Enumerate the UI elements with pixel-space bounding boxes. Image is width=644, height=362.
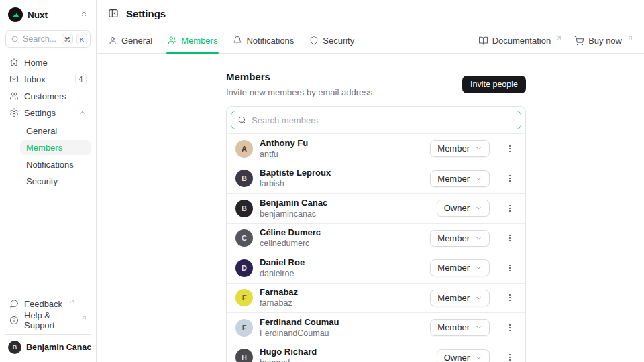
member-row: D Daniel Roe danielroe Member [227, 253, 525, 283]
users-icon [9, 91, 19, 101]
sidebar-subitem-security[interactable]: Security [20, 174, 91, 188]
sidebar-item-settings[interactable]: Settings [5, 105, 91, 120]
member-identity: Hugo Richard hugorcd [260, 347, 317, 362]
row-actions-button[interactable] [503, 200, 517, 217]
role-value: Member [437, 293, 470, 303]
section-description: Invite new members by email address. [226, 87, 375, 97]
sidebar-search-placeholder: Search... [23, 34, 58, 44]
chevron-down-icon [475, 145, 482, 152]
role-select[interactable]: Owner [437, 200, 490, 217]
tab-members[interactable]: Members [168, 27, 217, 53]
page-header: Settings [97, 0, 644, 27]
inbox-count-badge: 4 [75, 74, 87, 84]
tab-label: Members [181, 36, 217, 46]
documentation-link[interactable]: Documentation [478, 36, 561, 46]
tab-label: General [121, 36, 152, 46]
member-row: F Ferdinand Coumau FerdinandCoumau Membe… [227, 312, 525, 343]
section-title: Members [226, 71, 375, 82]
footer-link-label: Help & Support [24, 310, 74, 330]
tab-label: Notifications [246, 36, 294, 46]
avatar: B [8, 341, 21, 354]
role-value: Owner [444, 203, 470, 213]
members-section-header: Members Invite new members by email addr… [226, 71, 526, 97]
member-username: larbish [260, 179, 331, 189]
role-select[interactable]: Member [430, 140, 490, 157]
sidebar-item-customers[interactable]: Customers [5, 88, 91, 103]
header-link-label: Documentation [492, 36, 551, 46]
row-actions-button[interactable] [503, 230, 517, 246]
row-actions-button[interactable] [503, 170, 517, 186]
sidebar-nav: Home Inbox 4 Customers Settings [5, 55, 91, 188]
feedback-link[interactable]: Feedback [5, 296, 91, 311]
role-select[interactable]: Member [430, 290, 490, 306]
sidebar-footer: Feedback Help & Support [5, 296, 91, 328]
avatar: C [235, 229, 253, 247]
role-select[interactable]: Owner [437, 349, 490, 362]
buy-now-link[interactable]: Buy now [574, 36, 633, 46]
role-select[interactable]: Member [430, 170, 490, 187]
member-identity: Céline Dumerc celinedumerc [260, 227, 321, 249]
member-identity: Anthony Fu antfu [260, 138, 308, 160]
member-row: F Farnabaz farnabaz Member [227, 283, 525, 313]
sidebar-item-home[interactable]: Home [5, 55, 91, 70]
row-actions-button[interactable] [503, 349, 517, 362]
role-value: Member [437, 263, 470, 273]
sidebar-item-label: Customers [24, 91, 66, 101]
search-icon [237, 115, 247, 125]
role-value: Owner [444, 353, 470, 362]
chevron-down-icon [475, 235, 482, 242]
avatar: F [235, 319, 253, 337]
member-search-input[interactable] [252, 115, 515, 125]
tab-notifications[interactable]: Notifications [233, 27, 294, 53]
member-name: Benjamin Canac [260, 198, 327, 208]
members-content: Members Invite new members by email addr… [97, 54, 644, 362]
invite-people-button[interactable]: Invite people [462, 76, 526, 93]
gear-icon [9, 108, 19, 117]
chevron-down-icon [475, 294, 482, 302]
settings-subnav: General Members Notifications Security [15, 123, 91, 188]
tab-general[interactable]: General [108, 27, 152, 53]
row-actions-button[interactable] [503, 290, 517, 306]
sidebar-subitem-label: Security [26, 176, 58, 186]
settings-tabbar: General Members Notifications Security D… [97, 27, 644, 54]
members-panel: A Anthony Fu antfu Member B Baptiste Lep… [226, 106, 526, 362]
users-icon [168, 36, 177, 45]
help-support-link[interactable]: Help & Support [5, 313, 91, 328]
info-circle-icon [9, 316, 19, 325]
sidebar-subitem-general[interactable]: General [20, 123, 91, 138]
member-username: farnabaz [260, 298, 298, 308]
tab-security[interactable]: Security [309, 27, 354, 53]
avatar: B [235, 170, 253, 187]
cart-icon [574, 36, 584, 46]
external-link-icon [627, 36, 633, 41]
member-username: antfu [260, 149, 308, 160]
chevron-up-icon [78, 109, 87, 117]
sidebar-item-inbox[interactable]: Inbox 4 [5, 72, 91, 86]
kbd-meta: ⌘ [62, 34, 74, 44]
member-name: Ferdinand Coumau [260, 317, 339, 328]
sidebar-subitem-notifications[interactable]: Notifications [20, 157, 91, 172]
avatar: A [235, 140, 253, 158]
user-menu[interactable]: B Benjamin Canac [5, 334, 91, 355]
member-name: Céline Dumerc [260, 227, 321, 238]
row-actions-button[interactable] [503, 260, 517, 276]
member-search-wrap [227, 107, 525, 133]
role-select[interactable]: Member [430, 319, 490, 336]
member-identity: Ferdinand Coumau FerdinandCoumau [260, 317, 339, 339]
team-switcher[interactable]: Nuxt [5, 5, 91, 24]
header-link-label: Buy now [588, 36, 622, 46]
kbd-k: K [76, 34, 87, 44]
row-actions-button[interactable] [503, 141, 517, 157]
chevrons-up-down-icon [80, 11, 88, 19]
sidebar-search[interactable]: Search... ⌘ K [5, 30, 91, 48]
member-name: Anthony Fu [260, 138, 308, 149]
sidebar-subitem-members[interactable]: Members [20, 140, 91, 155]
team-name: Nuxt [28, 10, 48, 20]
sidebar-subitem-label: General [26, 126, 57, 136]
book-icon [478, 36, 488, 46]
role-select[interactable]: Member [430, 259, 490, 276]
row-actions-button[interactable] [503, 320, 517, 336]
role-select[interactable]: Member [430, 230, 490, 247]
panel-left-icon[interactable] [108, 8, 119, 19]
member-row: B Benjamin Canac benjamincanac Owner [227, 193, 525, 223]
